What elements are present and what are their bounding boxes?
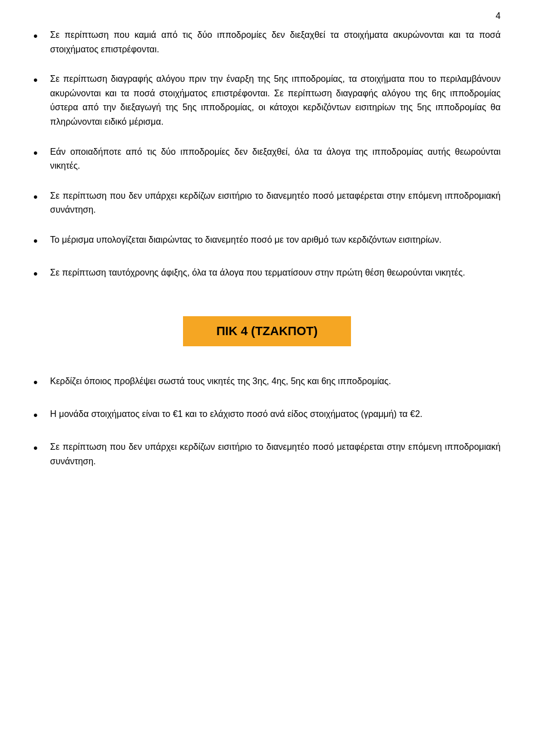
bullet-text: Κερδίζει όποιος προβλέψει σωστά τους νικ…: [50, 374, 501, 389]
list-item: • Σε περίπτωση που καμιά από τις δύο ιππ…: [33, 28, 501, 56]
bullet-icon: •: [33, 406, 44, 424]
bullet-icon: •: [33, 144, 44, 162]
bullet-icon: •: [33, 439, 44, 457]
bullet-text: Σε περίπτωση ταυτόχρονης άφιξης, όλα τα …: [50, 266, 501, 280]
main-content: • Σε περίπτωση που καμιά από τις δύο ιππ…: [33, 28, 501, 468]
bullet-text: Εάν οποιαδήποτε από τις δύο ιπποδρομίες …: [50, 145, 501, 173]
top-bullets-section: • Σε περίπτωση που καμιά από τις δύο ιππ…: [33, 28, 501, 283]
bullet-text: Το μέρισμα υπολογίζεται διαιρώντας το δι…: [50, 233, 501, 247]
bullet-text: Η μονάδα στοιχήματος είναι το €1 και το …: [50, 407, 501, 421]
list-item: • Σε περίπτωση που δεν υπάρχει κερδίζων …: [33, 440, 501, 468]
list-item: • Εάν οποιαδήποτε από τις δύο ιπποδρομίε…: [33, 145, 501, 173]
section-title: ΠΙΚ 4 (ΤΖΑΚΠΟΤ): [183, 316, 351, 346]
bullet-text: Σε περίπτωση που δεν υπάρχει κερδίζων ει…: [50, 189, 501, 217]
list-item: • Σε περίπτωση διαγραφής αλόγου πριν την…: [33, 72, 501, 129]
bullet-icon: •: [33, 232, 44, 250]
bullet-text: Σε περίπτωση διαγραφής αλόγου πριν την έ…: [50, 72, 501, 129]
list-item: • Κερδίζει όποιος προβλέψει σωστά τους ν…: [33, 374, 501, 391]
bullet-icon: •: [33, 264, 44, 283]
bullet-text: Σε περίπτωση που καμιά από τις δύο ιπποδ…: [50, 28, 501, 56]
list-item: • Το μέρισμα υπολογίζεται διαιρώντας το …: [33, 233, 501, 250]
bullet-icon: •: [33, 27, 44, 45]
bullet-icon: •: [33, 71, 44, 89]
bullet-icon: •: [33, 373, 44, 391]
section-header-container: ΠΙΚ 4 (ΤΖΑΚΠΟΤ): [33, 316, 501, 346]
page-number: 4: [496, 11, 501, 21]
list-item: • Σε περίπτωση που δεν υπάρχει κερδίζων …: [33, 189, 501, 217]
list-item: • Η μονάδα στοιχήματος είναι το €1 και τ…: [33, 407, 501, 424]
list-item: • Σε περίπτωση ταυτόχρονης άφιξης, όλα τ…: [33, 266, 501, 283]
bottom-bullets-section: • Κερδίζει όποιος προβλέψει σωστά τους ν…: [33, 374, 501, 468]
bullet-icon: •: [33, 188, 44, 206]
bullet-text: Σε περίπτωση που δεν υπάρχει κερδίζων ει…: [50, 440, 501, 468]
